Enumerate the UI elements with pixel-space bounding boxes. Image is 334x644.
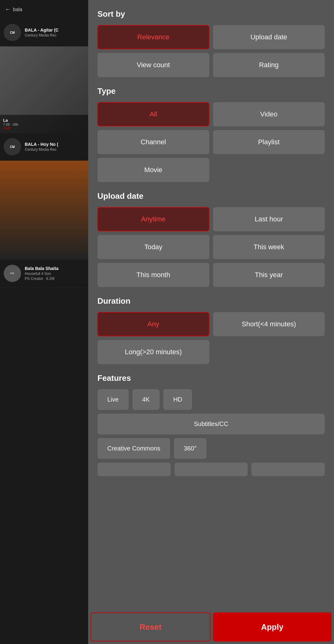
upload-this-month-btn[interactable]: This month <box>97 263 209 287</box>
filter-panel: Sort by Relevance Upload date View count… <box>88 0 334 644</box>
type-playlist-btn[interactable]: Playlist <box>213 130 325 154</box>
bg-item-4-sub: Housefull 4 Son <box>25 272 58 276</box>
sort-upload-date-btn[interactable]: Upload date <box>213 25 325 49</box>
feature-4k-btn[interactable]: 4K <box>132 389 160 410</box>
duration-grid-row2: Long(>20 minutes) <box>97 340 325 364</box>
feature-partial-2[interactable] <box>174 463 248 476</box>
duration-short-btn[interactable]: Short(<4 minutes) <box>213 312 325 336</box>
bg-list-item-1: CM BALA - Agitar (C Century Media Rec <box>0 19 88 46</box>
bg-list-item-4: PS Bala Bala Shaita Housefull 4 Son PS C… <box>0 260 88 287</box>
features-row-2: Subtitles/CC <box>97 414 325 434</box>
bg-header: ← bala <box>0 0 88 19</box>
type-movie-btn[interactable]: Movie <box>97 158 209 182</box>
features-row-1: Live 4K HD <box>97 389 325 410</box>
upload-last-hour-btn[interactable]: Last hour <box>213 207 325 231</box>
type-video-btn[interactable]: Video <box>213 102 325 126</box>
bg-image-block-2 <box>0 161 88 260</box>
duration-long-btn[interactable]: Long(>20 minutes) <box>97 340 209 364</box>
feature-partial-3[interactable] <box>251 463 325 476</box>
bg-item-3-title: BALA - Hoy No ( <box>25 142 58 147</box>
bg-item-1-title: BALA - Agitar (C <box>25 28 58 33</box>
sort-rating-btn[interactable]: Rating <box>213 53 325 77</box>
sort-view-count-btn[interactable]: View count <box>97 53 209 77</box>
upload-date-section: Upload date Anytime Last hour Today This… <box>97 191 325 287</box>
type-channel-btn[interactable]: Channel <box>97 130 209 154</box>
features-row-3: Creative Commons 360° <box>97 438 325 459</box>
feature-subtitles-btn[interactable]: Subtitles/CC <box>97 414 325 434</box>
sort-by-section: Sort by Relevance Upload date View count… <box>97 9 325 77</box>
sort-by-grid: Relevance Upload date View count Rating <box>97 25 325 77</box>
bg-image-block: La 7.08 · 386 SUB <box>0 46 88 133</box>
feature-creative-commons-btn[interactable]: Creative Commons <box>97 438 170 459</box>
features-title: Features <box>97 373 325 383</box>
type-section: Type All Video Channel Playlist Movie <box>97 86 325 182</box>
upload-this-year-btn[interactable]: This year <box>213 263 325 287</box>
upload-date-title: Upload date <box>97 191 325 201</box>
sort-by-title: Sort by <box>97 9 325 19</box>
bg-list-item-3: CM BALA - Hoy No ( Century Media Rec <box>0 133 88 161</box>
features-section: Features Live 4K HD Subtitles/CC Creativ… <box>97 373 325 476</box>
feature-360-btn[interactable]: 360° <box>174 438 206 459</box>
reset-button[interactable]: Reset <box>91 612 211 642</box>
duration-any-btn[interactable]: Any <box>97 312 209 336</box>
bg-item-4-title: Bala Bala Shaita <box>25 266 58 271</box>
type-grid-row1: All Video Channel Playlist <box>97 102 325 154</box>
duration-title: Duration <box>97 296 325 306</box>
bg-item-4-meta: PS Creator · 6.2M <box>25 276 58 281</box>
feature-partial-1[interactable] <box>97 463 171 476</box>
feature-hd-btn[interactable]: HD <box>163 389 192 410</box>
apply-button[interactable]: Apply <box>213 612 332 642</box>
upload-anytime-btn[interactable]: Anytime <box>97 207 209 231</box>
type-grid-row2: Movie <box>97 158 325 182</box>
duration-grid-row1: Any Short(<4 minutes) <box>97 312 325 336</box>
sort-relevance-btn[interactable]: Relevance <box>97 25 209 49</box>
feature-live-btn[interactable]: Live <box>97 389 129 410</box>
features-partial-row <box>97 463 325 476</box>
bottom-action-bar: Reset Apply <box>88 610 334 644</box>
type-all-btn[interactable]: All <box>97 102 209 126</box>
type-title: Type <box>97 86 325 96</box>
bg-item-3-sub: Century Media Rec <box>25 147 58 152</box>
background-panel: ← bala CM BALA - Agitar (C Century Media… <box>0 0 88 644</box>
duration-section: Duration Any Short(<4 minutes) Long(>20 … <box>97 296 325 364</box>
upload-date-grid: Anytime Last hour Today This week This m… <box>97 207 325 287</box>
upload-this-week-btn[interactable]: This week <box>213 235 325 259</box>
search-query: bala <box>13 7 22 12</box>
bg-item-1-sub: Century Media Rec <box>25 33 58 37</box>
upload-today-btn[interactable]: Today <box>97 235 209 259</box>
back-arrow: ← <box>5 6 11 13</box>
